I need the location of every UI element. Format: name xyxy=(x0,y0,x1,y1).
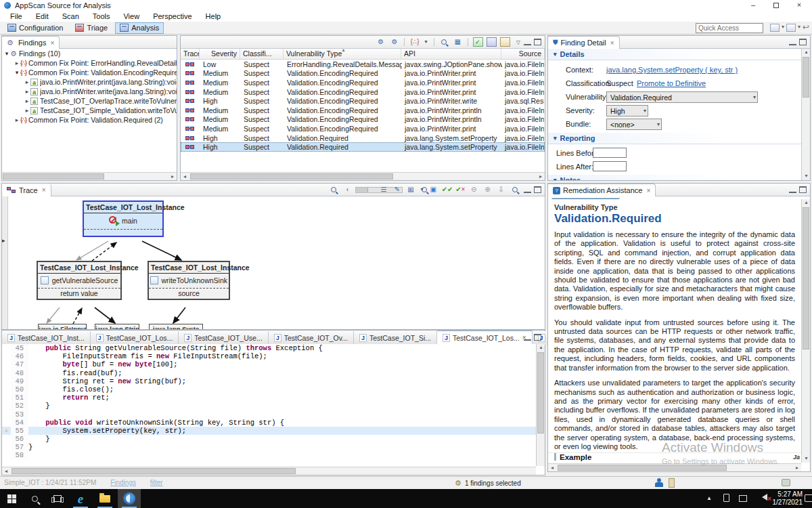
editor-tab[interactable]: JTestCase_IOT_Use... xyxy=(179,331,268,345)
finding-table-row[interactable]: HighSuspectValidation.Requiredjava.lang.… xyxy=(181,142,545,152)
layers-icon[interactable]: ▤ xyxy=(406,185,416,194)
scroll-left-icon[interactable]: ◂ xyxy=(2,467,10,475)
code-line[interactable]: 46 FileInputStream fis = new FileInputSt… xyxy=(2,352,536,360)
severity-select[interactable]: High▾ xyxy=(606,105,648,117)
lines-before-input[interactable] xyxy=(593,148,627,158)
filter-icon[interactable]: ⚙ xyxy=(376,37,386,47)
scroll-right-icon[interactable]: ▸ xyxy=(537,173,545,180)
column-header-api[interactable]: API xyxy=(401,49,501,59)
code-line[interactable]: 56 } xyxy=(2,435,536,443)
findings-hscrollbar[interactable]: ▸ xyxy=(2,172,177,180)
lines-after-input[interactable] xyxy=(593,161,627,171)
checkbox-icon[interactable] xyxy=(41,276,49,284)
finding-tree-item[interactable]: ▾⚙Findings (10) xyxy=(2,49,177,58)
trace-node-main[interactable]: TestCase_IOT_Lost_Instance main xyxy=(83,200,164,237)
code-line[interactable]: 58 xyxy=(2,451,536,459)
finding-table-row[interactable]: MediumSuspectValidation.EncodingRequired… xyxy=(181,87,545,97)
table-view-icon[interactable]: ▦ xyxy=(453,37,463,47)
code-line[interactable]: ⚠55 System.setProperty(key, str); xyxy=(2,427,536,435)
scroll-down-icon[interactable]: ▾ xyxy=(802,455,811,463)
usb-device-icon[interactable] xyxy=(723,494,729,502)
save-perspective-icon[interactable] xyxy=(786,24,796,32)
scan-results-icon[interactable] xyxy=(473,37,483,47)
menu-tools[interactable]: Tools xyxy=(87,12,116,21)
finding-tree-item[interactable]: ▸{∴}Common Fix Point: ErrorHandling.Reve… xyxy=(2,58,177,68)
expand-arrow-icon[interactable]: ▸ xyxy=(24,107,30,114)
quick-access-input[interactable] xyxy=(696,23,763,33)
menu-help[interactable]: Help xyxy=(200,12,227,21)
finding-tree-item[interactable]: ▸{∴}Common Fix Point: Validation.Require… xyxy=(2,115,177,125)
task-view-button[interactable] xyxy=(46,489,69,508)
edit-icon[interactable]: ✎ xyxy=(392,185,402,194)
expand-arrow-icon[interactable]: ▸ xyxy=(14,117,20,123)
trace-node-partial[interactable]: java.io.FileInputSt xyxy=(38,324,87,329)
editor-tab[interactable]: JTestCase_IOT_Los... xyxy=(91,331,179,345)
scroll-left-icon[interactable]: ◂ xyxy=(548,464,556,471)
editor-vscrollbar[interactable]: ▴ xyxy=(536,344,545,466)
minimize-icon[interactable] xyxy=(789,39,796,45)
minimize-icon[interactable] xyxy=(524,334,531,341)
bundle-select[interactable]: <none>▾ xyxy=(606,119,662,130)
code-line[interactable]: 57} xyxy=(2,443,536,451)
perspective-configuration[interactable]: Configuration xyxy=(3,22,68,34)
detail-vscrollbar[interactable]: ▴ ▾ xyxy=(801,49,810,180)
section-reporting[interactable]: ▾Reporting xyxy=(548,133,801,144)
remediation-vscrollbar[interactable]: ▴ ▾ xyxy=(801,199,810,463)
code-editor[interactable]: 45 public String getVulnerableSource(Str… xyxy=(2,344,536,466)
code-line[interactable]: 54 public void writeToUnknownSink(String… xyxy=(2,419,536,427)
scroll-up-icon[interactable]: ▴ xyxy=(802,199,811,207)
tab-finding-detail[interactable]: ⛊ Finding Detail × xyxy=(548,36,620,49)
finding-table-row[interactable]: MediumSuspectValidation.EncodingRequired… xyxy=(181,78,545,87)
editor-tab[interactable]: JTestCase_IOT_Los...× xyxy=(437,331,532,344)
editor-tab[interactable]: JTestCase_IOT_Si... xyxy=(354,331,437,345)
perspective-triage[interactable]: Triage xyxy=(70,22,112,34)
menu-file[interactable]: File xyxy=(4,12,28,21)
trace-node-partial[interactable]: java.lang.Syste xyxy=(149,324,203,329)
outline-icon[interactable]: ☰ xyxy=(378,185,388,194)
status-link[interactable]: Findings xyxy=(110,479,136,486)
find-icon[interactable] xyxy=(510,185,520,194)
open-perspective-icon[interactable] xyxy=(770,24,780,32)
collapse-nodes-icon[interactable]: ⊖ xyxy=(469,185,479,194)
export-icon[interactable]: ⇩ xyxy=(496,185,506,194)
code-line[interactable]: 50 fis.close(); xyxy=(2,385,536,394)
code-line[interactable]: 48 fis.read(buf); xyxy=(2,369,536,377)
maximize-icon[interactable] xyxy=(534,39,541,45)
trace-node-source[interactable]: TestCase_IOT_Lost_Instance getVulnerable… xyxy=(37,261,122,300)
trace-node-partial[interactable]: java.lang.Strin xyxy=(95,324,139,329)
finding-table-row[interactable]: LowSuspectErrorHandling.RevealDetails.Me… xyxy=(181,60,545,69)
scroll-up-icon[interactable]: ▴ xyxy=(802,49,811,56)
internet-explorer-icon[interactable]: e xyxy=(69,489,92,508)
expand-arrow-icon[interactable]: ▸ xyxy=(24,88,30,95)
filter-settings-icon[interactable]: ⚙ xyxy=(389,37,399,47)
dropdown-arrow-icon[interactable]: ▾ xyxy=(420,185,425,194)
finding-table-row[interactable]: MediumSuspectValidation.EncodingRequired… xyxy=(181,106,545,115)
pan-left-icon[interactable]: ‹ xyxy=(342,185,353,194)
menu-perspective[interactable]: Perspective xyxy=(147,12,198,21)
editor-tab[interactable]: JTestCase_IOT_Ov... xyxy=(269,331,354,345)
remediation-hscrollbar[interactable]: ◂ ▸ xyxy=(548,463,801,471)
editor-hscrollbar[interactable]: ◂ xyxy=(2,467,536,475)
finding-tree-item[interactable]: ▸aTestCase_IOT_Simple_Validation.writeTo… xyxy=(2,106,177,115)
scroll-down-icon[interactable]: ▾ xyxy=(802,173,811,180)
code-line[interactable]: 52 } xyxy=(2,402,536,410)
tab-findings[interactable]: ⚙ Findings × xyxy=(2,36,60,49)
tab-remediation[interactable]: ? Remediation Assistance × xyxy=(548,184,656,196)
appscan-taskbar-icon[interactable] xyxy=(118,489,141,508)
start-button[interactable] xyxy=(0,489,23,508)
scroll-left-icon[interactable]: ◂ xyxy=(181,173,189,180)
minimize-icon[interactable] xyxy=(789,186,796,193)
zoom-out-icon[interactable] xyxy=(329,185,339,194)
palette-strip[interactable] xyxy=(2,196,8,329)
add-node-icon[interactable]: ▣ xyxy=(428,185,438,194)
code-line[interactable]: 47 byte[] buf = new byte[100]; xyxy=(2,360,536,368)
back-arrow-icon[interactable]: ↩ xyxy=(803,22,809,32)
close-icon[interactable]: × xyxy=(610,39,614,47)
finding-tree-item[interactable]: ▸ajava.io.PrintWriter.write(java.lang.St… xyxy=(2,87,177,96)
menu-view[interactable]: View xyxy=(117,12,145,21)
trace-node-sink[interactable]: TestCase_IOT_Lost_Instance writeToUnknow… xyxy=(148,261,230,300)
promote-to-definitive-link[interactable]: Promote to Definitive xyxy=(637,79,706,87)
column-header-trace[interactable]: Trace xyxy=(181,49,200,59)
finding-table-row[interactable]: HighSuspectValidation.EncodingRequiredja… xyxy=(181,96,545,106)
user-status-icon[interactable] xyxy=(655,478,663,487)
